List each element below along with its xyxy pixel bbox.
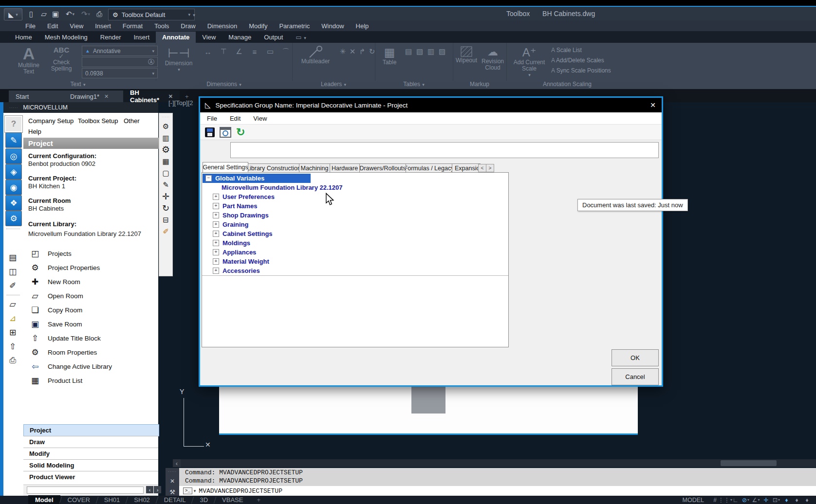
dialog-titlebar[interactable]: ◺ Specification Group Name: Imperial Dec… <box>200 98 662 112</box>
update-title-block-button[interactable]: ⇧Update Title Block <box>23 332 158 345</box>
palette-scroll-left-button[interactable]: ‹ <box>146 486 153 493</box>
wipeout-button[interactable]: Wipeout <box>454 46 479 64</box>
accordion-solid-modeling[interactable]: Solid Modeling <box>23 459 158 471</box>
polar-tracking-toggle[interactable]: ⊘▾ <box>741 496 751 504</box>
dialog-menu-view[interactable]: View <box>253 115 267 122</box>
menu-draw[interactable]: Draw <box>181 22 195 30</box>
check-spelling-button[interactable]: ABC ✓ Check Spelling <box>46 47 76 72</box>
tree-node-part-names[interactable]: +Part Names <box>213 201 258 211</box>
save-spec-button[interactable] <box>205 127 215 137</box>
undo-button[interactable]: ↶▾ <box>62 9 78 19</box>
close-icon[interactable]: ✕ <box>170 478 175 485</box>
expand-icon[interactable]: + <box>213 221 219 228</box>
dim-angular-icon[interactable]: ∠ <box>233 47 245 56</box>
room-properties-button[interactable]: ⚙Room Properties <box>23 346 158 359</box>
move-icon[interactable]: ✛ <box>162 193 169 200</box>
add-leader-icon[interactable]: ✳ <box>339 47 347 56</box>
dim-linear-icon[interactable]: ↔ <box>202 47 214 56</box>
menu-help[interactable]: Help <box>28 128 41 135</box>
menu-file[interactable]: File <box>25 22 36 30</box>
tree-node-foundation-library[interactable]: Microvellum Foundation Library 22.1207 <box>222 183 343 192</box>
print-button[interactable]: ⎙ <box>6 355 19 366</box>
spreadsheet-icon[interactable]: ▦ <box>162 158 169 165</box>
tab-expansion[interactable]: Expansion <box>452 163 481 172</box>
ortho-toggle[interactable]: ∟ <box>730 496 741 504</box>
palette-scroll-right-button[interactable]: › <box>154 486 161 493</box>
draw-mode-button[interactable]: ✎ <box>5 132 22 148</box>
dialog-menu-edit[interactable]: Edit <box>230 115 241 122</box>
expand-icon[interactable]: + <box>213 268 219 274</box>
link-data-icon[interactable]: ▨ <box>438 47 446 56</box>
render-button[interactable]: ◉ <box>5 180 22 195</box>
dim-baseline-icon[interactable]: ⊤ <box>218 47 229 56</box>
qat-overflow-button[interactable]: ▾ <box>190 10 198 20</box>
app-menu-button[interactable]: ◣ ▾ <box>4 8 22 20</box>
projects-button[interactable]: ◰Projects <box>23 247 158 260</box>
ribbon-tab-insert[interactable]: Insert <box>127 32 156 43</box>
text-panel-label[interactable]: Text ▾ <box>0 81 156 88</box>
remove-leader-icon[interactable]: ✕ <box>349 47 356 56</box>
model-3d-button[interactable]: ◈ <box>5 164 22 180</box>
layout-tab-model[interactable]: Model <box>28 495 60 504</box>
file-tab-drawing1[interactable]: Drawing1* ✕ <box>63 90 124 102</box>
expand-icon[interactable]: + <box>213 203 219 209</box>
object-snap-toggle[interactable]: ⊡▾ <box>771 496 781 504</box>
tab-machining[interactable]: Machining <box>299 163 330 172</box>
ribbon-display-toggle[interactable]: ▭ ▾ <box>289 32 312 43</box>
export-report-button[interactable]: ⇧ <box>6 341 19 352</box>
refresh-icon[interactable]: ↻ <box>236 127 245 137</box>
new-room-button[interactable]: ✚New Room <box>23 275 158 288</box>
revision-cloud-button[interactable]: ☁ Revision Cloud <box>480 46 505 71</box>
expand-icon[interactable]: + <box>213 258 219 265</box>
spec-name-field[interactable] <box>230 142 659 158</box>
find-text-input[interactable]: Ⓐ <box>82 57 158 67</box>
tab-hardware[interactable]: Hardware <box>330 163 360 172</box>
open-room-button[interactable]: ▱Open Room <box>23 289 158 303</box>
dim-arc-icon[interactable]: ⌒ <box>280 47 292 56</box>
canvas-hscrollbar[interactable]: ‹ <box>173 459 816 467</box>
brush-icon[interactable]: ✐ <box>163 228 169 235</box>
table-button[interactable]: ▦ Table <box>377 46 402 66</box>
command-input-text[interactable]: MVADVANCEDPROJECTSETUP <box>199 487 282 495</box>
tree-node-accessories[interactable]: +Accessories <box>213 266 260 275</box>
chevron-down-icon[interactable]: ▾ <box>194 488 196 493</box>
marker-icon[interactable]: ✎ <box>163 181 169 189</box>
layout-tab-cover[interactable]: COVER <box>61 495 97 504</box>
expand-icon[interactable]: + <box>213 194 219 200</box>
ribbon-tab-mesh-modeling[interactable]: Mesh Modeling <box>38 32 94 43</box>
isometric-toggle[interactable]: ∠▾ <box>751 496 761 504</box>
new-file-button[interactable]: ▯ <box>25 9 37 19</box>
tree-node-graining[interactable]: +Graining <box>213 220 248 229</box>
toolbox-button[interactable]: ◎ <box>5 148 22 164</box>
copy-room-button[interactable]: ❏Copy Room <box>23 304 158 317</box>
layout-tab-3d[interactable]: 3D <box>193 495 215 504</box>
ribbon-tab-manage[interactable]: Manage <box>222 32 258 43</box>
close-icon[interactable]: ✕ <box>650 101 656 109</box>
menu-window[interactable]: Window <box>321 22 344 30</box>
leaders-panel-label[interactable]: Leaders ▾ <box>292 81 375 88</box>
model-space-indicator[interactable]: MODEL <box>683 497 704 504</box>
dimensions-panel-label[interactable]: Dimensions ▾ <box>156 81 292 88</box>
layout-tab-detail[interactable]: DETAIL <box>157 495 193 504</box>
multiline-text-button[interactable]: A Multiline Text <box>14 45 44 75</box>
annotation-scale-button[interactable]: ♦ <box>802 496 812 504</box>
palette-edge[interactable] <box>0 102 3 496</box>
gear-icon[interactable]: ⚙ <box>162 146 170 154</box>
new-layout-button[interactable]: + <box>250 495 267 504</box>
extract-data-icon[interactable]: ▤ <box>404 47 413 56</box>
help-button[interactable]: ? <box>5 116 22 132</box>
menu-modify[interactable]: Modify <box>249 22 267 30</box>
cancel-button[interactable]: Cancel <box>612 368 659 385</box>
expand-icon[interactable]: + <box>213 249 219 255</box>
ok-button[interactable]: OK <box>612 349 659 366</box>
ribbon-tab-view[interactable]: View <box>196 32 222 43</box>
tab-drawers-rollouts[interactable]: Drawers/Rollouts <box>359 163 406 172</box>
scrollbar-thumb[interactable] <box>721 460 777 466</box>
close-icon[interactable]: ✕ <box>104 93 109 100</box>
add-delete-scales-button[interactable]: A Add/Delete Scales <box>551 57 611 64</box>
tree-node-user-preferences[interactable]: +User Preferences <box>213 192 275 201</box>
report-icon[interactable]: ▥ <box>162 134 169 142</box>
collapse-icon[interactable]: − <box>205 175 212 181</box>
menu-other[interactable]: Other <box>124 117 140 125</box>
tree-node-global-variables[interactable]: − Global Variables <box>203 174 311 183</box>
